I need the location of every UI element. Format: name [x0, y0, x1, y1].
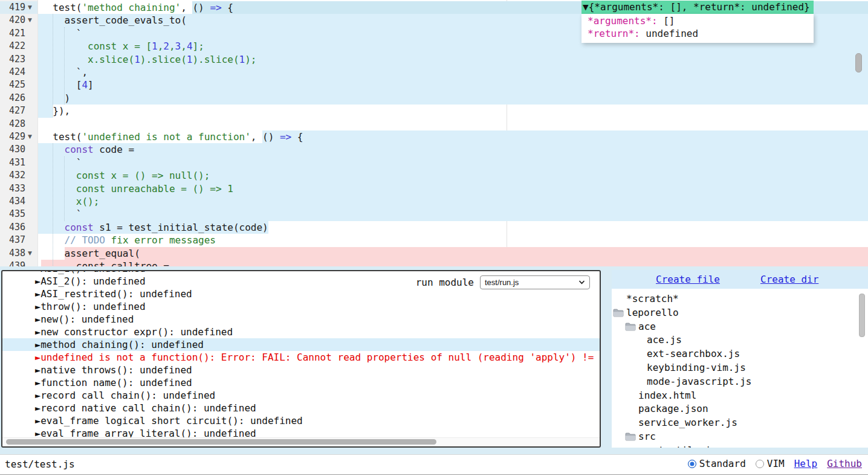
code-line-439[interactable]: const calltree = ... [0, 260, 868, 266]
keybinding-option-standard[interactable]: Standard [688, 458, 746, 469]
test-result-label: record call chain(): undefined [40, 390, 215, 401]
code-token: x(); [76, 196, 100, 207]
test-result-row[interactable]: ►undefined is not a function(): Error: F… [2, 351, 600, 364]
code-line-427[interactable]: }), [0, 105, 868, 117]
fold-arrow-icon[interactable]: ▼ [28, 1, 32, 14]
create-dir-link[interactable]: Create dir [760, 270, 818, 289]
fold-arrow-icon[interactable]: ▼ [28, 247, 32, 260]
tree-file-row[interactable]: ext-searchbox.js [612, 347, 868, 361]
test-result-row[interactable]: ►native throws(): undefined [2, 364, 600, 376]
tree-file-row[interactable]: package.json [612, 402, 868, 416]
test-result-label: native throws(): undefined [40, 364, 192, 376]
test-result-row[interactable]: ►record native call chain(): undefined [2, 402, 600, 414]
code-editor[interactable]: test('method chaining', () => { assert_c… [0, 0, 868, 266]
code-line-431[interactable]: ` [0, 156, 868, 169]
line-number: 422 [0, 40, 25, 53]
expand-triangle-icon[interactable]: ► [35, 303, 40, 311]
tree-dir-row[interactable]: ace [612, 320, 868, 333]
help-link[interactable]: Help [794, 458, 818, 469]
run-module-select[interactable]: test/run.js [480, 275, 590, 289]
expand-triangle-icon[interactable]: ► [35, 366, 40, 375]
tooltip-header[interactable]: ▼{*arguments*: [], *return*: undefined} [581, 1, 814, 14]
expand-triangle-icon[interactable]: ► [35, 429, 40, 438]
fold-arrow-icon[interactable]: ▼ [28, 130, 32, 143]
code-line-434[interactable]: x(); [0, 195, 868, 208]
file-tree-scrollbar-thumb[interactable] [859, 294, 865, 337]
tooltip-entry[interactable]: *arguments*: [] [588, 14, 814, 27]
tree-dir-row[interactable]: src [612, 429, 868, 443]
test-result-row[interactable]: ►eval_frame logical short circuit(): und… [2, 414, 600, 427]
test-result-row[interactable]: ►function name(): undefined [2, 376, 600, 389]
fold-arrow-icon[interactable]: ▼ [28, 14, 32, 27]
code-token: assert_code_evals_to( [41, 14, 187, 26]
expand-triangle-icon[interactable]: ► [35, 391, 40, 400]
code-line-435[interactable]: ` [0, 208, 868, 220]
radio-selected-icon[interactable] [688, 460, 696, 468]
output-hscrollbar-thumb[interactable] [6, 439, 436, 445]
code-token: const x = [ [88, 40, 152, 52]
tree-file-row[interactable]: ace.js [612, 333, 868, 347]
test-result-row[interactable]: ►ASI_restrited(): undefined [2, 288, 600, 300]
code-token: const [65, 144, 94, 155]
code-line-425[interactable]: [4] [0, 79, 868, 91]
expand-triangle-icon[interactable]: ► [35, 290, 40, 298]
keybinding-option-vim[interactable]: VIM [756, 458, 785, 469]
expand-triangle-icon[interactable]: ► [35, 277, 40, 286]
code-line-423[interactable]: x.slice(1).slice(1).slice(1); [0, 53, 868, 66]
tooltip-key: *return*: [588, 28, 640, 39]
gutter-line-430: 430 [0, 143, 37, 156]
code-text: ` [41, 208, 82, 220]
github-link[interactable]: Github [827, 458, 862, 469]
code-line-430[interactable]: const code = [0, 143, 868, 156]
code-token: , [158, 40, 164, 52]
tree-file-row[interactable]: mode-javascript.js [612, 375, 868, 388]
code-line-436[interactable]: const s1 = test_initial_state(code) [0, 221, 868, 234]
tree-item-label: leporello [626, 307, 679, 318]
code-line-438[interactable]: assert_equal( [0, 247, 868, 260]
code-line-428[interactable] [0, 118, 868, 130]
output-hscrollbar-track[interactable] [2, 437, 600, 446]
expand-triangle-icon[interactable]: ► [35, 379, 40, 387]
test-result-row[interactable]: ►method chaining(): undefined [2, 338, 600, 351]
current-file-path: test/test.js [5, 458, 75, 470]
code-line-429[interactable]: test('undefined is not a function', () =… [0, 130, 868, 143]
expand-triangle-icon[interactable]: ► [35, 271, 40, 273]
test-result-row[interactable]: ►new constructor expr(): undefined [2, 326, 600, 338]
gutter-line-427: 427 [0, 105, 37, 117]
expand-triangle-icon[interactable]: ► [35, 417, 40, 425]
calltree-result-list: ►ASI_1(): undefined►ASI_2(): undefined►A… [2, 271, 600, 440]
tree-file-row[interactable]: index.html [612, 388, 868, 402]
code-line-437[interactable]: // TODO fix error messages [0, 234, 868, 246]
run-module-bar: run module test/run.js [416, 275, 590, 289]
code-line-424[interactable]: `, [0, 66, 868, 79]
code-line-426[interactable]: ) [0, 92, 868, 105]
gutter-line-426: 426 [0, 92, 37, 105]
code-line-432[interactable]: const x = () => null(); [0, 169, 868, 182]
expand-triangle-icon[interactable]: ► [35, 341, 40, 349]
test-result-row[interactable]: ►throw(): undefined [2, 300, 600, 313]
expand-triangle-icon[interactable]: ► [35, 328, 40, 336]
code-text: const x = [1,2,3,4]; [41, 40, 204, 53]
test-result-row[interactable]: ►new(): undefined [2, 313, 600, 326]
tree-file-row[interactable]: ast_utils.js [612, 443, 868, 448]
code-line-433[interactable]: const unreachable = () => 1 [0, 182, 868, 195]
create-file-link[interactable]: Create file [656, 270, 720, 289]
radio-unselected-icon[interactable] [756, 460, 764, 468]
line-number: 425 [0, 79, 25, 91]
line-number: 419 [0, 1, 25, 14]
code-token: ) [41, 92, 70, 104]
selection-highlight [37, 156, 868, 169]
expand-triangle-icon[interactable]: ► [35, 404, 40, 413]
editor-scrollbar-thumb[interactable] [855, 53, 862, 72]
tree-file-row[interactable]: keybinding-vim.js [612, 361, 868, 375]
keybinding-label: VIM [767, 458, 785, 469]
tree-file-row[interactable]: *scratch* [612, 292, 868, 306]
tree-file-row[interactable]: service_worker.js [612, 416, 868, 429]
expand-triangle-icon[interactable]: ► [35, 315, 40, 324]
test-result-row[interactable]: ►record call chain(): undefined [2, 389, 600, 402]
expand-triangle-icon[interactable]: ► [35, 353, 40, 362]
tree-dir-row[interactable]: leporello [612, 306, 861, 320]
tooltip-entry[interactable]: *return*: undefined [588, 27, 814, 40]
gutter-line-422: 422 [0, 40, 37, 53]
code-token: => [280, 131, 291, 143]
